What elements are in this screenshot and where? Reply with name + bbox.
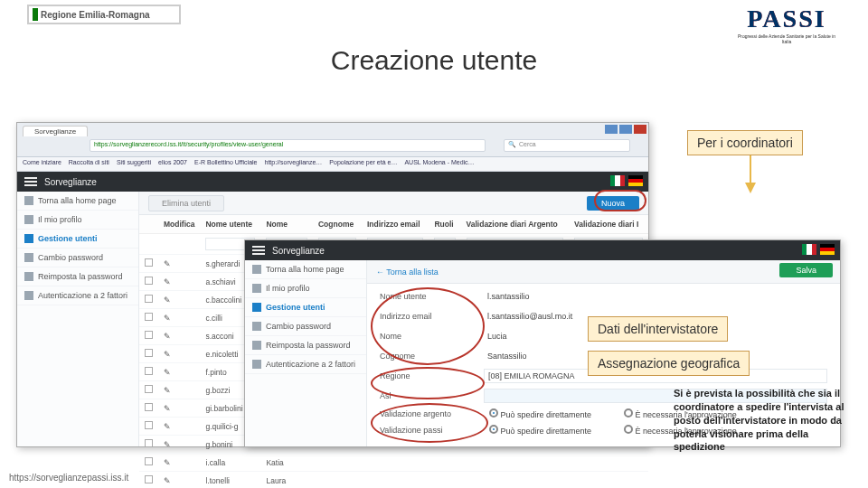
- callout-coordinatori: Per i coordinatori: [687, 130, 803, 155]
- browser-tab[interactable]: Sorveglianze: [23, 126, 88, 136]
- sidebar-item-users[interactable]: Gestione utenti: [17, 230, 138, 249]
- browser-search[interactable]: 🔍Cerca: [504, 139, 630, 152]
- sidebar-item-reset[interactable]: Reimposta la password: [245, 336, 366, 355]
- sidebar-item-2fa[interactable]: Autenticazione a 2 fattori: [245, 355, 366, 374]
- app-bar: Sorveglianze: [245, 240, 840, 260]
- home-icon: [252, 265, 261, 274]
- sidebar-item-home[interactable]: Torna alla home page: [17, 192, 138, 211]
- flag-de-icon[interactable]: [628, 175, 643, 186]
- list-toolbar: Elimina utenti Nuova: [139, 192, 648, 215]
- shield-icon: [24, 291, 33, 300]
- value-username: l.santassilio: [484, 289, 827, 304]
- page-title: Creazione utente: [0, 45, 868, 76]
- app-title: Sorveglianze: [272, 246, 325, 256]
- window-buttons[interactable]: [605, 125, 646, 134]
- sidebar-item-password[interactable]: Cambio password: [245, 317, 366, 336]
- svg-marker-1: [745, 183, 756, 193]
- radio-passi-direct[interactable]: Può spedire direttamente: [489, 425, 591, 436]
- language-flags[interactable]: [802, 244, 835, 255]
- sidebar: Torna alla home page Il mio profilo Gest…: [245, 260, 367, 446]
- logo-regione-text: Regione Emilia-Romagna: [41, 10, 150, 20]
- sidebar-item-users[interactable]: Gestione utenti: [245, 298, 366, 317]
- refresh-icon: [252, 341, 261, 350]
- highlight-dati: [371, 287, 485, 365]
- table-row[interactable]: ✎l.tonelliLaura: [139, 472, 648, 489]
- logo-passi-sub: Progressi delle Aziende Sanitarie per la…: [732, 33, 841, 44]
- highlight-nuova: [594, 190, 646, 211]
- flag-it-icon[interactable]: [802, 244, 816, 255]
- menu-icon[interactable]: [24, 177, 37, 186]
- app-bar: Sorveglianze: [17, 172, 648, 192]
- form-toolbar: ← Torna alla lista Salva: [367, 260, 840, 284]
- delete-button[interactable]: Elimina utenti: [148, 195, 224, 211]
- sidebar-item-password[interactable]: Cambio password: [17, 249, 138, 267]
- lock-icon: [252, 322, 261, 331]
- sidebar-item-home[interactable]: Torna alla home page: [245, 260, 366, 279]
- callout-dati: Dati dell'intervistatore: [588, 316, 728, 342]
- lock-icon: [24, 253, 33, 262]
- sidebar-item-reset[interactable]: Reimposta la password: [17, 267, 138, 286]
- note-spedizione: Si è prevista la possibilità che sia il …: [674, 387, 854, 454]
- menu-icon[interactable]: [252, 246, 265, 255]
- radio-arg-direct[interactable]: Può spedire direttamente: [489, 408, 591, 419]
- arrow-nuova: [741, 152, 760, 197]
- save-button[interactable]: Salva: [779, 263, 833, 277]
- users-icon: [252, 303, 261, 312]
- logo-passi: PASSI Progressi delle Aziende Sanitarie …: [732, 5, 841, 50]
- table-row[interactable]: ✎i.callaKatia: [139, 454, 648, 472]
- sidebar-item-profile[interactable]: Il mio profilo: [245, 279, 366, 298]
- user-icon: [252, 284, 261, 293]
- logo-regione: Regione Emilia-Romagna: [27, 5, 181, 24]
- user-icon: [24, 215, 33, 224]
- sidebar-item-profile[interactable]: Il mio profilo: [17, 211, 138, 230]
- refresh-icon: [24, 272, 33, 281]
- back-link[interactable]: ← Torna alla lista: [376, 267, 439, 277]
- language-flags[interactable]: [610, 175, 643, 186]
- callout-geo: Assegnazione geografica: [588, 351, 750, 376]
- address-bar[interactable]: https://sorveglianzerecord.iss.it/it/sec…: [90, 139, 486, 152]
- sidebar: Torna alla home page Il mio profilo Gest…: [17, 192, 139, 446]
- flag-it-icon[interactable]: [610, 175, 625, 186]
- flag-de-icon[interactable]: [820, 244, 835, 255]
- footer-url: https://sorveglianzepassi.iss.it: [9, 473, 128, 483]
- home-icon: [24, 196, 33, 205]
- shield-icon: [252, 360, 261, 369]
- bookmarks-bar[interactable]: Come iniziareRaccolta di sitiSiti sugger…: [17, 157, 648, 172]
- sidebar-item-2fa[interactable]: Autenticazione a 2 fattori: [17, 286, 138, 305]
- users-icon: [24, 234, 33, 243]
- highlight-validazione: [371, 403, 488, 443]
- logo-passi-text: PASSI: [732, 5, 841, 33]
- highlight-geo: [371, 367, 485, 399]
- browser-chrome: Sorveglianze https://sorveglianzerecord.…: [17, 123, 648, 157]
- app-title: Sorveglianze: [44, 177, 97, 187]
